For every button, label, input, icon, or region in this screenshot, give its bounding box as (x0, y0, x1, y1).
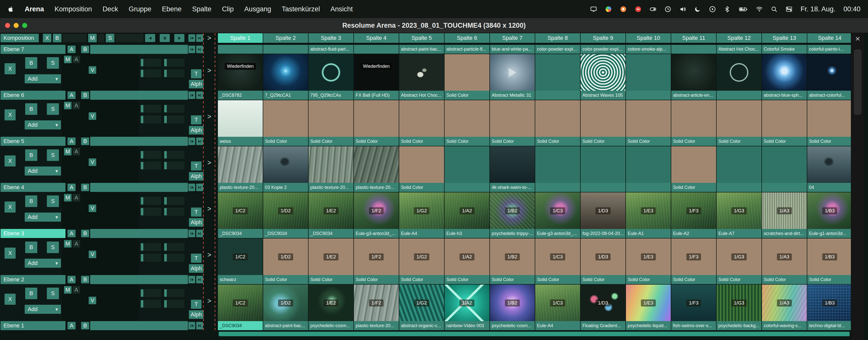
clip-cell[interactable]: 1/B2Solid Color (490, 239, 535, 284)
layer-alpha-button[interactable]: Alph (189, 80, 204, 88)
composition-skip-end-button[interactable] (196, 34, 203, 42)
zoom-button[interactable] (22, 23, 27, 28)
clip-cell[interactable]: Solid Color (490, 100, 535, 146)
transition-slider-track[interactable] (163, 196, 185, 205)
clip-cell[interactable]: 1/F2plastic-texture-20... (354, 285, 399, 330)
transition-slider-track[interactable] (163, 207, 185, 216)
clip-name-strip[interactable] (263, 45, 308, 54)
transition-slider-track[interactable] (140, 196, 161, 205)
clip-cell[interactable]: 1/D3Solid Color (581, 239, 625, 284)
clip-cell[interactable]: Solid Color (581, 100, 625, 146)
column-header-2[interactable]: Spalte 2 (263, 33, 308, 43)
layer-trigger-arrow[interactable]: > (205, 67, 214, 74)
layer-alpha-button[interactable]: Alph (189, 310, 204, 319)
app-menu[interactable]: Arena (25, 5, 44, 13)
transition-slider-track[interactable] (163, 289, 185, 298)
clip-cell[interactable]: Solid Color (444, 100, 489, 146)
clip-name-strip[interactable]: abstract-fluid-part... (309, 45, 353, 54)
composition-arrow[interactable]: > (205, 34, 214, 42)
transition-slider-track[interactable] (140, 289, 161, 298)
composition-pause-button[interactable] (160, 34, 170, 42)
column-header-9[interactable]: Spalte 9 (581, 33, 625, 43)
layer-skip-end-button[interactable] (196, 322, 203, 330)
clip-name-strip[interactable]: blue-and-white-pa... (490, 45, 535, 54)
control-center-icon[interactable] (786, 6, 793, 12)
clip-cell[interactable]: Wiederfinden_DSC8782 (218, 54, 263, 100)
clip-cell[interactable]: 1/B3Eule-g1-anton3d... (807, 192, 851, 238)
layer-skip-end-button[interactable] (196, 45, 203, 53)
clip-cell[interactable]: 1/C2_DSC9034 (218, 192, 263, 238)
transition-slider-track[interactable] (140, 253, 161, 262)
layer-m-button[interactable]: M (64, 102, 71, 109)
play-circle-icon[interactable] (709, 6, 716, 12)
layer-t-button[interactable]: T (191, 254, 202, 263)
clip-cell[interactable]: 1/F2Solid Color (354, 239, 399, 284)
composition-skip-start-button[interactable] (188, 34, 195, 42)
layer-crossfader-b-button[interactable]: B (81, 45, 89, 53)
layer-solo-button[interactable]: S (47, 149, 59, 161)
clip-cell[interactable]: 1/A3scratches-and-dirt... (762, 192, 807, 238)
layer-name-label[interactable]: Ebene 4 (0, 183, 65, 192)
column-header-1[interactable]: Spalte 1 (218, 33, 263, 43)
clip-cell[interactable]: weiss (218, 100, 263, 146)
layer-close-button[interactable]: X (4, 248, 16, 259)
menu-item-ansicht[interactable]: Ansicht (331, 5, 353, 13)
layer-t-button[interactable]: T (191, 300, 202, 309)
layer-trigger-arrow[interactable]: > (205, 113, 214, 121)
layer-crossfader-b-button[interactable]: B (81, 137, 89, 145)
layer-skip-end-button[interactable] (196, 276, 203, 283)
clip-cell[interactable]: 1/B3techno-digital-bl... (807, 285, 851, 330)
transition-slider-track[interactable] (140, 243, 161, 251)
clip-cell[interactable]: 4k-shark-swim-to-... (490, 146, 535, 192)
search-icon[interactable] (771, 6, 778, 12)
clip-cell[interactable]: Abstract Metallic 31 (490, 54, 535, 100)
layer-crossfader-a-button[interactable]: A (67, 230, 75, 237)
layer-alpha-button[interactable]: Alph (189, 172, 204, 181)
column-header-5[interactable]: Spalte 5 (399, 33, 444, 43)
layer-bypass-button[interactable]: B (25, 242, 37, 253)
clip-name-strip[interactable] (218, 45, 263, 54)
menu-item-spalte[interactable]: Spalte (192, 5, 212, 13)
layer-v-button[interactable]: V (89, 66, 96, 74)
layer-blendmode-dropdown[interactable]: Add▾ (25, 166, 61, 176)
layer-v-button[interactable]: V (89, 297, 96, 304)
clip-cell[interactable]: 1/G2abstract-organic-c... (399, 285, 444, 330)
clip-cell[interactable]: 1/A2Solid Color (444, 239, 489, 284)
clip-cell[interactable]: 1/D2Solid Color (263, 239, 308, 284)
clip-cell[interactable]: 1/E3Eule-A1 (626, 192, 671, 238)
clip-cell[interactable]: Abstract Hot Choc... (399, 54, 444, 100)
clip-cell[interactable]: 1/B3Solid Color (807, 239, 851, 284)
layer-bypass-button[interactable]: B (25, 149, 37, 161)
composition-master-button[interactable]: M (88, 34, 97, 42)
composition-back-button[interactable] (145, 34, 155, 42)
layer-bypass-button[interactable]: B (25, 195, 37, 207)
layer-solo-button[interactable]: S (47, 288, 59, 299)
composition-play-button[interactable] (174, 34, 184, 42)
clip-cell[interactable]: 04 (807, 146, 851, 192)
moon-icon[interactable] (694, 6, 701, 12)
layer-trigger-arrow[interactable]: > (205, 297, 214, 305)
layer-a-button[interactable]: A (72, 194, 80, 202)
layer-name-label[interactable]: Ebene 3 (0, 229, 65, 238)
clip-cell[interactable]: 1/E2psychedelic-cosm... (309, 285, 353, 330)
layer-a-button[interactable]: A (72, 240, 80, 248)
clip-cell[interactable]: 1/D3fog-2022-08-04-20... (581, 192, 625, 238)
layer-skip-start-button[interactable] (188, 322, 195, 330)
layer-name-label[interactable]: Ebene 7 (0, 45, 65, 54)
transition-slider-track[interactable] (163, 300, 185, 308)
layer-solo-button[interactable]: S (47, 103, 59, 115)
menu-item-ausgang[interactable]: Ausgang (244, 5, 271, 13)
menubar-time[interactable]: 00:40 (843, 5, 861, 13)
clip-cell[interactable]: 1/F3Solid Color (671, 239, 716, 284)
menu-item-komposition[interactable]: Komposition (55, 5, 92, 13)
clip-cell[interactable]: abstract-article-en... (671, 54, 716, 100)
transition-slider-track[interactable] (140, 300, 161, 308)
layer-close-button[interactable]: X (4, 155, 16, 166)
menu-item-clip[interactable]: Clip (222, 5, 234, 13)
minimize-button[interactable] (13, 23, 19, 28)
clip-cell[interactable] (762, 146, 807, 192)
clip-cell[interactable]: Solid Color (399, 146, 444, 192)
layer-trigger-arrow[interactable]: > (205, 205, 214, 213)
clip-cell[interactable]: 1/F3Eule-A2 (671, 192, 716, 238)
transition-slider-track[interactable] (163, 253, 185, 262)
